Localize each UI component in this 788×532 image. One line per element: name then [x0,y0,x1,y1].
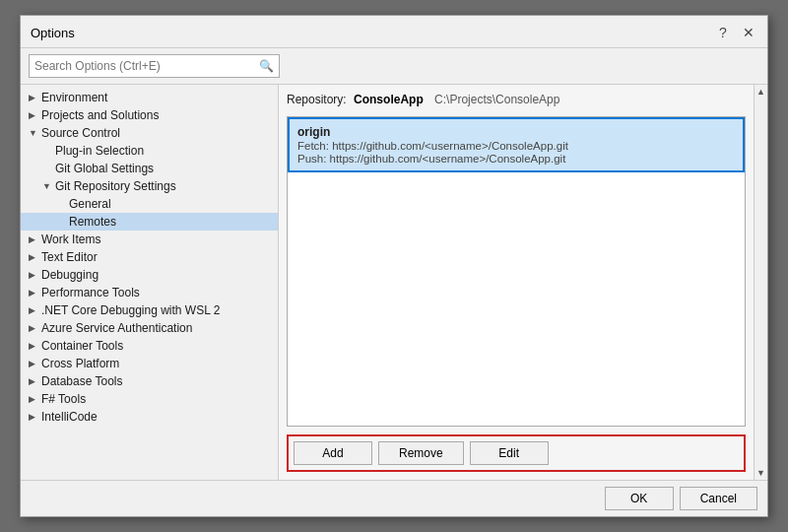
tree-item-fsharp-tools[interactable]: ▶F# Tools [21,390,279,408]
tree-item-general[interactable]: General [21,195,279,213]
dialog-footer: OK Cancel [21,480,767,516]
right-scroll-up[interactable]: ▲ [755,85,767,99]
tree-arrow-container-tools: ▶ [29,341,38,351]
tree-label-plugin-selection: Plug-in Selection [55,144,144,158]
tree-arrow-source-control: ▼ [29,128,38,138]
tree-item-plugin-selection[interactable]: Plug-in Selection [21,142,279,160]
tree-label-cross-platform: Cross Platform [41,357,119,370]
dialog-title: Options [31,26,75,40]
tree-label-debugging: Debugging [41,268,98,282]
tree-label-text-editor: Text Editor [41,250,98,264]
tree-label-performance-tools: Performance Tools [41,286,140,299]
repo-label: Repository: [287,93,347,106]
remotes-list: originFetch: https://github.com/<usernam… [287,116,746,427]
tree-item-remotes[interactable]: Remotes [21,213,279,231]
tree-item-intellicode[interactable]: ▶IntelliCode [21,408,279,426]
remove-button[interactable]: Remove [378,441,464,465]
remote-push-0: Push: https://github.com/<username>/Cons… [297,153,735,165]
ok-button[interactable]: OK [605,487,674,510]
tree-arrow-performance-tools: ▶ [29,288,38,298]
tree-item-text-editor[interactable]: ▶Text Editor [21,248,279,266]
tree-arrow-intellicode: ▶ [29,412,38,422]
title-bar-controls: ? ✕ [714,24,757,41]
close-button[interactable]: ✕ [740,24,757,41]
add-button[interactable]: Add [294,441,372,465]
tree-arrow-environment: ▶ [29,93,38,102]
tree-label-git-global-settings: Git Global Settings [55,162,154,175]
search-row: 🔍 [21,48,767,84]
tree-item-git-repository-settings[interactable]: ▼Git Repository Settings [21,177,279,195]
tree-arrow-azure-service-auth: ▶ [29,323,38,333]
tree-label-remotes: Remotes [69,215,116,229]
right-panel: Repository: ConsoleApp C:\Projects\Conso… [279,85,754,480]
tree-item-azure-service-auth[interactable]: ▶Azure Service Authentication [21,319,279,337]
tree-arrow-cross-platform: ▶ [29,359,38,368]
tree-label-azure-service-auth: Azure Service Authentication [41,321,192,335]
tree-label-fsharp-tools: F# Tools [41,392,86,406]
tree-arrow-net-core-debugging: ▶ [29,305,38,315]
tree-label-general: General [69,197,111,211]
content-area: ▶Environment▶Projects and Solutions▼Sour… [21,84,767,480]
tree-arrow-debugging: ▶ [29,270,38,280]
tree-arrow-fsharp-tools: ▶ [29,394,38,404]
tree-arrow-projects-and-solutions: ▶ [29,110,38,120]
search-input[interactable] [34,59,259,73]
tree-item-container-tools[interactable]: ▶Container Tools [21,337,279,355]
tree-label-environment: Environment [41,91,107,104]
tree-label-git-repository-settings: Git Repository Settings [55,179,176,193]
repo-path: C:\Projects\ConsoleApp [434,93,559,106]
right-scroll-down[interactable]: ▼ [755,466,767,480]
remote-item-0[interactable]: originFetch: https://github.com/<usernam… [288,117,745,172]
tree-arrow-git-repository-settings: ▼ [42,181,52,191]
options-tree: ▶Environment▶Projects and Solutions▼Sour… [21,85,279,480]
tree-arrow-work-items: ▶ [29,234,38,244]
tree-arrow-database-tools: ▶ [29,376,38,386]
tree-label-source-control: Source Control [41,126,120,140]
tree-item-projects-and-solutions[interactable]: ▶Projects and Solutions [21,106,279,124]
tree-label-net-core-debugging: .NET Core Debugging with WSL 2 [41,303,220,317]
help-button[interactable]: ? [714,24,732,41]
tree-item-work-items[interactable]: ▶Work Items [21,231,279,248]
remote-name-0: origin [297,125,735,139]
cancel-button[interactable]: Cancel [680,487,757,510]
options-dialog: Options ? ✕ 🔍 ▶Environment▶Projects and … [20,15,768,517]
tree-item-source-control[interactable]: ▼Source Control [21,124,279,142]
left-panel-wrapper: ▶Environment▶Projects and Solutions▼Sour… [21,85,279,480]
action-row: Add Remove Edit [287,434,746,472]
edit-button[interactable]: Edit [470,441,549,465]
tree-item-debugging[interactable]: ▶Debugging [21,266,279,284]
tree-item-cross-platform[interactable]: ▶Cross Platform [21,355,279,372]
tree-label-work-items: Work Items [41,233,100,246]
search-box: 🔍 [29,54,280,78]
repo-name: ConsoleApp [354,93,424,106]
tree-label-projects-and-solutions: Projects and Solutions [41,108,159,122]
title-bar: Options ? ✕ [21,16,767,48]
tree-label-database-tools: Database Tools [41,374,123,388]
search-icon: 🔍 [259,59,274,73]
right-panel-scrollbar: ▲ ▼ [754,85,767,480]
tree-label-intellicode: IntelliCode [41,410,98,424]
tree-label-container-tools: Container Tools [41,339,123,353]
tree-item-performance-tools[interactable]: ▶Performance Tools [21,284,279,301]
tree-item-database-tools[interactable]: ▶Database Tools [21,372,279,390]
tree-arrow-text-editor: ▶ [29,252,38,262]
tree-item-net-core-debugging[interactable]: ▶.NET Core Debugging with WSL 2 [21,301,279,319]
tree-item-environment[interactable]: ▶Environment [21,89,279,106]
remote-fetch-0: Fetch: https://github.com/<username>/Con… [297,140,735,152]
repo-header: Repository: ConsoleApp C:\Projects\Conso… [287,93,746,110]
tree-item-git-global-settings[interactable]: Git Global Settings [21,160,279,177]
